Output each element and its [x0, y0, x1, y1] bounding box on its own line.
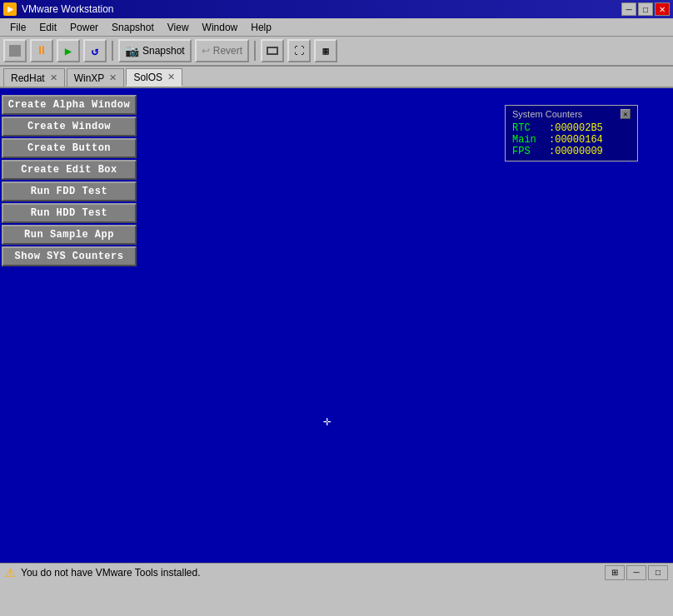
menu-help[interactable]: Help	[244, 20, 278, 35]
status-left: ⚠ You do not have VMware Tools installed…	[5, 566, 200, 579]
create-edit-box-button[interactable]: Create Edit Box	[2, 160, 137, 180]
run-fdd-test-button[interactable]: Run FDD Test	[2, 181, 137, 201]
view-fullscreen-button[interactable]: ⛶	[287, 39, 311, 62]
menu-bar: File Edit Power Snapshot View Window Hel…	[0, 18, 673, 37]
status-btn-1[interactable]: ⊞	[605, 565, 625, 580]
run-hdd-test-button[interactable]: Run HDD Test	[2, 203, 137, 223]
left-panel: Create Alpha Window Create Window Create…	[2, 95, 137, 266]
counter-fps-value: :00000009	[549, 146, 603, 157]
counter-row-rtc: RTC :000002B5	[512, 122, 631, 134]
revert-button[interactable]: ↩ Revert	[195, 39, 249, 62]
toolbar-separator-2	[254, 41, 256, 61]
title-bar-title: VMware Workstation	[22, 3, 113, 15]
crosshair-cursor: ✛	[323, 413, 332, 430]
create-alpha-window-button[interactable]: Create Alpha Window	[2, 95, 137, 115]
tab-winxp[interactable]: WinXP ✕	[67, 68, 125, 87]
close-button[interactable]: ✕	[655, 2, 670, 16]
view-unity-button[interactable]: ▦	[314, 39, 337, 62]
snapshot-button[interactable]: 📷 Snapshot	[118, 39, 192, 62]
counter-fps-label: FPS	[512, 146, 546, 157]
tab-redhat-close[interactable]: ✕	[50, 72, 57, 83]
power-off-button[interactable]	[3, 39, 27, 62]
counter-rtc-value: :000002B5	[549, 122, 603, 134]
counter-main-value: :00000164	[549, 134, 603, 146]
show-sys-counters-button[interactable]: Show SYS Counters	[2, 246, 137, 266]
sys-counters-close-button[interactable]: ✕	[621, 109, 631, 119]
suspend-button[interactable]: ⏸	[30, 39, 53, 62]
status-right: ⊞ ─ □	[605, 565, 668, 580]
tab-winxp-close[interactable]: ✕	[109, 72, 117, 83]
sys-counters-panel: System Counters ✕ RTC :000002B5 Main :00…	[505, 105, 638, 161]
tab-bar: RedHat ✕ WinXP ✕ SolOS ✕	[0, 67, 673, 88]
tab-solos-label: SolOS	[133, 72, 162, 83]
menu-window[interactable]: Window	[196, 20, 245, 35]
status-btn-2[interactable]: ─	[626, 565, 646, 580]
tab-redhat[interactable]: RedHat ✕	[3, 68, 65, 87]
app-icon: ▶	[3, 2, 17, 16]
create-button-button[interactable]: Create Button	[2, 138, 137, 158]
title-bar-controls[interactable]: ─ □ ✕	[621, 2, 670, 16]
sys-counters-header: System Counters ✕	[512, 109, 631, 119]
counter-rtc-label: RTC	[512, 122, 546, 134]
snapshot-icon: 📷	[125, 44, 139, 57]
counter-row-main: Main :00000164	[512, 134, 631, 146]
title-bar-left: ▶ VMware Workstation	[3, 2, 113, 16]
status-bar: ⚠ You do not have VMware Tools installed…	[0, 563, 673, 581]
snapshot-label: Snapshot	[142, 45, 185, 57]
menu-view[interactable]: View	[161, 20, 196, 35]
menu-edit[interactable]: Edit	[32, 20, 63, 35]
menu-file[interactable]: File	[3, 20, 32, 35]
revert-icon: ↩	[202, 45, 210, 57]
status-message: You do not have VMware Tools installed.	[21, 567, 200, 579]
view-normal-button[interactable]	[261, 39, 284, 62]
tab-winxp-label: WinXP	[74, 72, 105, 84]
counter-row-fps: FPS :00000009	[512, 146, 631, 157]
play-button[interactable]: ▶	[57, 39, 80, 62]
menu-snapshot[interactable]: Snapshot	[105, 20, 161, 35]
create-window-button[interactable]: Create Window	[2, 117, 137, 137]
toolbar: ⏸ ▶ ↺ 📷 Snapshot ↩ Revert ⛶ ▦	[0, 37, 673, 67]
status-btn-3[interactable]: □	[648, 565, 668, 580]
sys-counters-title: System Counters	[512, 109, 582, 119]
counter-main-label: Main	[512, 134, 546, 146]
maximize-button[interactable]: □	[638, 2, 653, 16]
revert-label: Revert	[213, 45, 242, 57]
minimize-button[interactable]: ─	[621, 2, 636, 16]
tab-redhat-label: RedHat	[11, 72, 45, 84]
toolbar-separator-1	[112, 41, 113, 61]
reset-button[interactable]: ↺	[83, 39, 107, 62]
warning-icon: ⚠	[5, 566, 16, 579]
vm-area[interactable]: Create Alpha Window Create Window Create…	[0, 88, 673, 563]
tab-solos[interactable]: SolOS ✕	[126, 68, 182, 87]
title-bar: ▶ VMware Workstation ─ □ ✕	[0, 0, 673, 18]
tab-solos-close[interactable]: ✕	[167, 72, 175, 82]
menu-power[interactable]: Power	[63, 20, 105, 35]
run-sample-app-button[interactable]: Run Sample App	[2, 225, 137, 245]
